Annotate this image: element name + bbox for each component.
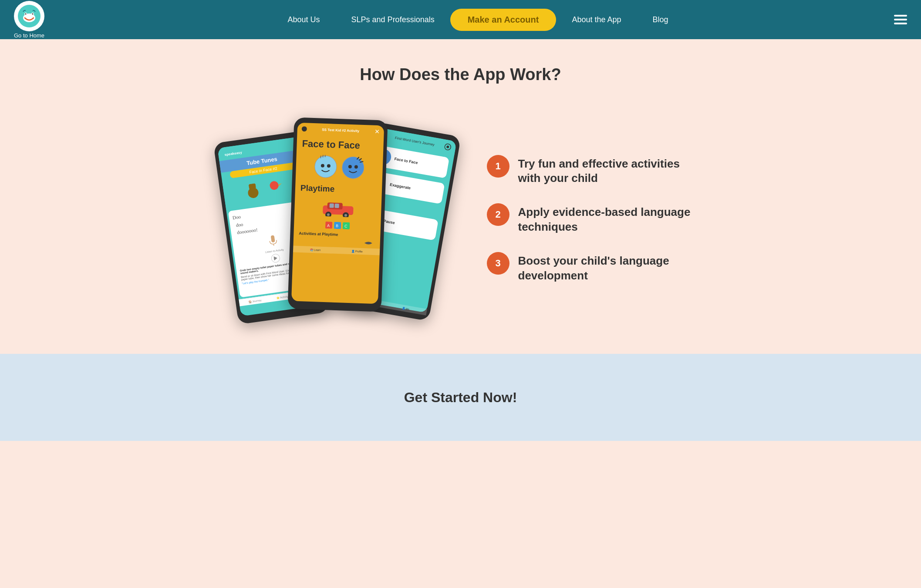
feature-text-1: Try fun and effective activities with yo…	[518, 155, 696, 186]
play-button[interactable]	[270, 253, 280, 263]
logo-icon	[17, 4, 41, 28]
svg-text:B: B	[335, 224, 338, 228]
settings-icon	[443, 143, 452, 151]
svg-point-18	[314, 155, 337, 178]
nav-slps[interactable]: SLPs and Professionals	[336, 15, 450, 24]
doo1-text: Doo	[232, 214, 241, 221]
svg-point-17	[301, 126, 307, 131]
svg-line-15	[273, 244, 274, 245]
phone-2: SS Test Kid #2 Activity ✕ Face to Face	[287, 117, 388, 312]
doo2-text: doo	[236, 222, 243, 228]
feature-item-2: 2 Apply evidence-based language techniqu…	[487, 203, 696, 235]
feature-item-3: 3 Boost your child's language developmen…	[487, 252, 696, 283]
svg-rect-14	[270, 235, 275, 242]
content-row: speakeasy Tube Tunes Face in Face #2	[178, 110, 744, 328]
svg-point-24	[341, 156, 364, 179]
phone-2-icon	[301, 126, 307, 131]
play-icon	[273, 256, 277, 261]
svg-point-12	[269, 181, 279, 191]
block-green: C	[342, 222, 350, 230]
svg-point-47	[446, 145, 449, 148]
logo-circle	[14, 1, 44, 31]
features-list: 1 Try fun and effective activities with …	[487, 155, 696, 283]
svg-point-5	[32, 13, 34, 14]
nav-about-us[interactable]: About Us	[272, 15, 336, 24]
go-home-label: Go to Home	[14, 32, 44, 39]
feature-number-1: 1	[487, 155, 509, 178]
tube-tunes-illustration	[242, 173, 289, 205]
section-title: How Does the App Work?	[35, 65, 886, 84]
feature-number-2: 2	[487, 203, 509, 226]
nav-about-app[interactable]: About the App	[556, 15, 637, 24]
footer-journey: 🏠 Journey	[248, 299, 262, 303]
svg-text:C: C	[344, 224, 347, 228]
get-started-text: Get Started Now!	[404, 390, 517, 406]
svg-rect-37	[334, 204, 339, 208]
svg-rect-36	[329, 204, 334, 208]
microphone-icon	[268, 234, 278, 247]
block-blue: B	[334, 222, 341, 229]
phones-container: speakeasy Tube Tunes Face in Face #2	[226, 110, 452, 328]
svg-text:A: A	[327, 223, 329, 228]
toy-car-icon	[320, 199, 355, 218]
hamburger-menu-icon[interactable]	[894, 15, 907, 24]
feature-item-1: 1 Try fun and effective activities with …	[487, 155, 696, 186]
footer-me: 👤 Me	[401, 306, 409, 311]
block-red: A	[325, 222, 332, 229]
logo-link[interactable]: Go to Home	[14, 1, 44, 39]
feature-text-3: Boost your child's language development	[518, 252, 696, 283]
svg-marker-13	[278, 183, 282, 186]
feature-text-2: Apply evidence-based language techniques	[518, 203, 696, 235]
feature-number-3: 3	[487, 252, 509, 275]
face-icon-right	[341, 155, 365, 180]
face-icon-left	[313, 155, 338, 179]
svg-marker-16	[273, 256, 277, 261]
footer-profile: 👤 Profile	[351, 249, 362, 253]
phone-2-screen: SS Test Kid #2 Activity ✕ Face to Face	[291, 123, 384, 304]
bottom-section: Get Started Now!	[0, 354, 921, 441]
nav-blog[interactable]: Blog	[637, 15, 684, 24]
arrow-icon	[364, 239, 373, 247]
face-icons	[295, 151, 383, 185]
svg-point-4	[25, 13, 27, 14]
navbar: Go to Home About Us SLPs and Professiona…	[0, 0, 921, 39]
footer-learn2: 📚 Learn	[310, 248, 320, 252]
nav-links: About Us SLPs and Professionals Make an …	[62, 9, 894, 31]
footer-activity: ⭐ Activity	[276, 295, 288, 299]
main-section: How Does the App Work? speakeasy Tube Tu…	[0, 39, 921, 354]
doo3-text: dooooooo!	[236, 227, 258, 235]
phone-3-title: First Word User's Journey	[395, 136, 435, 147]
nav-make-account[interactable]: Make an Account	[450, 9, 557, 31]
